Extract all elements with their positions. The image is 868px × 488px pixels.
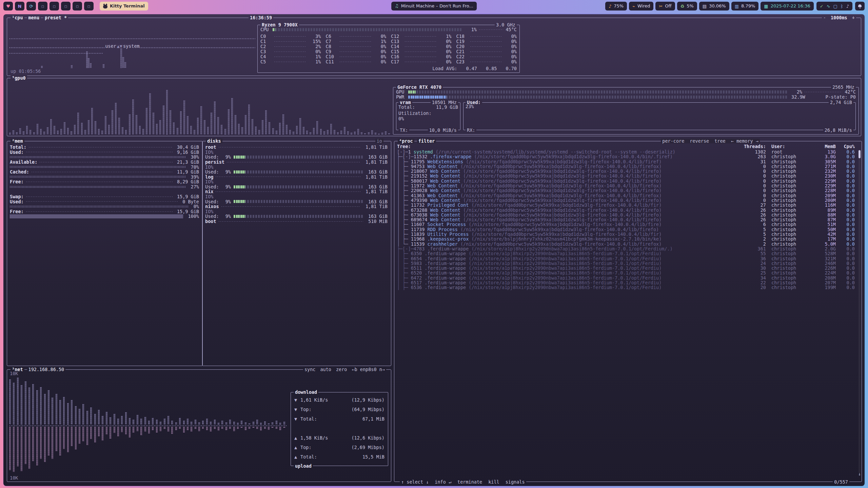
process-row[interactable]: │ ├─ 479390 Web Content (/nix/store/fqad… [394,198,857,203]
process-row[interactable]: │ ├─ 11607 Socket Process (/nix/store/fq… [394,222,857,227]
column-memb[interactable]: MemB [807,144,836,149]
launcher-button[interactable]: ♥ [3,2,13,11]
core-percent: 0% [505,59,517,64]
display-icon[interactable]: ▢ [833,4,837,8]
process-row[interactable]: │ ├─ 218067 Web Content (/nix/store/fqad… [394,169,857,174]
process-row[interactable]: │ ├─ 673288 Web Content (/nix/store/fqad… [394,208,857,212]
gpu-detail-box: GeForce RTX 4070 2565 MHz GPU 2% 42°C PW… [393,87,859,135]
clock-indicator[interactable]: ▦2025-07-22 16:36 [761,2,813,11]
process-row[interactable]: │ ├─ 6517 .ferdium-wrappe (/nix/store/a1… [394,280,857,285]
process-user: christoph [766,169,807,174]
memory-row: Cached:11,9 GiB [10,169,199,175]
process-scrollbar[interactable] [859,150,861,473]
process-row[interactable]: │ ├─ 11972 Web Content (/nix/store/fqadd… [394,183,857,188]
process-row[interactable]: │ ├─ 6511 .ferdium-wrappe (/nix/store/a1… [394,266,857,270]
process-row[interactable]: │ ├─ 6472 .ferdium-wrappe (/nix/store/a1… [394,276,857,280]
shortcut-2-button[interactable]: ▫ [50,2,59,11]
updates-button[interactable]: ⟳ [26,2,36,11]
process-row[interactable]: │ ├─ 6350 .ferdium-wrappe (/nix/store/a1… [394,251,857,256]
nix-button[interactable]: N [15,2,24,11]
column-tree[interactable]: Tree: [397,144,741,149]
disk-used-row: Used:9%163 GiB [205,184,388,189]
process-row[interactable]: │ ├─ 41363 Web Content (/nix/store/fqadd… [394,193,857,198]
signal-icon[interactable]: ∿ [827,4,830,8]
process-row[interactable]: │ ├─ 6536 .ferdium-wrappe (/nix/store/a1… [394,285,857,290]
core-label: C1 [260,39,272,44]
process-threads: 55 [741,251,766,256]
net-graph-column [253,427,254,428]
net-control-sync[interactable]: sync [304,367,316,372]
music-player-button[interactable]: ♫ Minuit Machine – Don't Run Fro... [391,2,477,11]
process-memory: 305M [807,159,836,164]
process-row[interactable]: [-]─1 systemd (/run/current-system/syste… [394,149,857,154]
process-row[interactable]: │ ├─ 5983 .ferdium-wrappe (/nix/store/a1… [394,261,857,266]
net-control-auto[interactable]: auto [320,367,331,372]
gpu-graph-spike [235,115,236,135]
network-indicator[interactable]: ⌁Wired [629,2,653,11]
column-cpu[interactable]: Cpu% [836,144,855,149]
process-row[interactable]: │ ├─ 219152 Web Content (/nix/store/fqad… [394,174,857,178]
proc-toggle-per-core[interactable]: per-core [662,139,684,143]
scroll-down-icon[interactable]: ↓ [858,471,861,476]
process-row[interactable]: │ └─ 11539 crashhelper (/nix/store/fqadd… [394,242,857,246]
process-row[interactable]: │ ├─ 94753 Web Content (/nix/store/fqadd… [394,164,857,169]
proc-footer-info-[interactable]: info ↵ [435,480,451,484]
process-command: │ ├─ 218067 Web Content (/nix/store/fqad… [397,169,741,174]
process-row[interactable]: │ ├─ 11839 Utility Process (/nix/store/f… [394,232,857,237]
net-control--b-enp8s0-n-[interactable]: ←b enp8s0 n→ [352,367,385,372]
proc-footer--select-[interactable]: ↑ select ↓ [401,480,429,484]
process-row[interactable]: │ ├─ 11739 RDD Process (/nix/store/fqadd… [394,227,857,232]
proc-toggle-reverse[interactable]: reverse [690,139,709,143]
check-icon[interactable]: ✓ [820,4,824,8]
core-row: C190% [456,39,517,44]
io-toggle[interactable]: io [375,139,383,143]
process-row[interactable]: │ ├─ 6654 .ferdium-wrappe (/nix/store/a1… [394,256,857,261]
net-graph-column [121,416,123,425]
filter-button[interactable]: filter [417,139,436,143]
cpu-menu-button[interactable]: menu [27,15,41,20]
gpu-graph-spike [231,98,233,135]
memory-usage-indicator[interactable]: ▤30.06% [699,2,729,11]
shortcut-5-button[interactable]: ▫ [84,2,94,11]
process-row[interactable]: ├─[-]─4783 .ferdium-wrappe (/nix/store/a… [394,246,857,251]
process-row[interactable]: │ ├─ 580017 Web Content (/nix/store/fqad… [394,179,857,183]
proc-footer-terminate[interactable]: terminate [457,480,482,484]
volume-indicator[interactable]: ♪75% [605,2,627,11]
cpu-preset-button[interactable]: preset * [43,15,68,20]
process-cmdline: (/nix/store/fqadd0bprwc5yw5k99xajbdqd1dz… [463,208,662,212]
kitty-terminal-button[interactable]: Kitty Terminal [100,2,148,11]
shortcut-4-button[interactable]: ▫ [73,2,82,11]
process-row[interactable]: │ ├─ 673038 Web Content (/nix/store/fqad… [394,212,857,217]
gpu-graph-spike [183,100,185,135]
column-user[interactable]: User: [766,144,807,149]
download-arrow-icon: ▼ [294,407,300,412]
column-threads[interactable]: Threads: [741,144,766,149]
process-row[interactable]: │ ├─ 11795 WebExtensions (/nix/store/fqa… [394,159,857,164]
rate-decrease-button[interactable]: - [823,15,826,20]
proc-toggle--memory-[interactable]: ← memory → [731,139,758,143]
net-control-zero[interactable]: zero [336,367,347,372]
proc-toggle-tree[interactable]: tree [714,139,726,143]
process-memory: 229M [807,179,836,183]
proc-footer-signals[interactable]: signals [506,480,525,484]
process-tree-glyph: [-]─ [397,149,408,154]
cpu-usage-indicator[interactable]: ♻5% [677,2,697,11]
process-row[interactable]: ├─[-]─11532 .firefox-wrappe (/nix/store/… [394,154,857,159]
proc-footer-kill[interactable]: kill [488,480,499,484]
process-row[interactable]: │ ├─ 220028 Web Content (/nix/store/fqad… [394,188,857,193]
rate-increase-button[interactable]: + [852,15,855,20]
scrollbar-thumb[interactable] [859,150,861,158]
disk-usage-indicator[interactable]: ▥8.79% [731,2,759,11]
notifications-button[interactable] [855,2,865,11]
process-row[interactable]: │ ├─ 11732 Privileged Cont (/nix/store/f… [394,203,857,207]
process-row[interactable]: │ ├─ 11968 .keepassxc-prox (/nix/store/b… [394,237,857,241]
net-io-label: Total: [300,416,317,421]
mic-icon[interactable]: ♪ [846,4,849,8]
bluetooth-icon[interactable]: ᛒ [841,4,843,8]
shortcut-1-button[interactable]: ▫ [38,2,47,11]
process-user: christoph [766,266,807,270]
idle-inhibitor-indicator[interactable]: ✂Off [655,2,675,11]
process-row[interactable]: │ ├─ 689674 Web Content (/nix/store/fqad… [394,217,857,222]
shortcut-3-button[interactable]: ▫ [61,2,71,11]
process-row[interactable]: │ ├─ 6520 .ferdium-wrappe (/nix/store/a1… [394,270,857,275]
